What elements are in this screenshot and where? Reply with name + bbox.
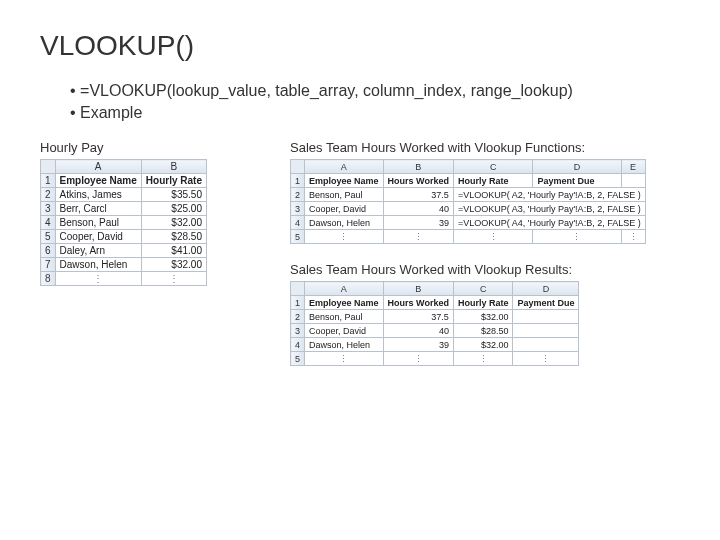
cell: 37.5 — [383, 310, 453, 324]
cell: $41.00 — [141, 244, 206, 258]
cell: 40 — [383, 324, 453, 338]
hdr-hours: Hours Worked — [383, 296, 453, 310]
cell: $32.00 — [141, 258, 206, 272]
corner-cell — [41, 160, 56, 174]
cell: Atkins, James — [55, 188, 141, 202]
results-label: Sales Team Hours Worked with Vlookup Res… — [290, 262, 680, 277]
cell: $35.50 — [141, 188, 206, 202]
bullet-syntax: =VLOOKUP(lookup_value, table_array, colu… — [70, 82, 680, 100]
col-hdr-a: A — [55, 160, 141, 174]
cell: Benson, Paul — [55, 216, 141, 230]
cell: $32.00 — [453, 338, 513, 352]
cell: $25.00 — [141, 202, 206, 216]
cell: Cooper, David — [305, 202, 384, 216]
hdr-due: Payment Due — [513, 296, 579, 310]
hdr-rate: Hourly Rate — [141, 174, 206, 188]
formula-cell: =VLOOKUP( A4, 'Hourly Pay'!A:B, 2, FALSE… — [453, 216, 645, 230]
hdr-name: Employee Name — [55, 174, 141, 188]
bullet-example: Example — [70, 104, 680, 122]
dots: ⋮ — [55, 272, 141, 286]
bullet-list: =VLOOKUP(lookup_value, table_array, colu… — [70, 82, 680, 122]
cell: $28.50 — [141, 230, 206, 244]
functions-table: A B C D E 1 Employee Name Hours Worked H… — [290, 159, 646, 244]
cell: $28.50 — [453, 324, 513, 338]
formula-cell: =VLOOKUP( A3, 'Hourly Pay'!A:B, 2, FALSE… — [453, 202, 645, 216]
cell: Cooper, David — [55, 230, 141, 244]
cell: Dawson, Helen — [305, 216, 384, 230]
cell: Daley, Arn — [55, 244, 141, 258]
hdr-due: Payment Due — [533, 174, 621, 188]
row-hdr: 1 — [41, 174, 56, 188]
cell: 39 — [383, 338, 453, 352]
hdr-name: Employee Name — [305, 174, 384, 188]
hdr-rate: Hourly Rate — [453, 296, 513, 310]
hourly-pay-table: A B 1 Employee Name Hourly Rate 2Atkins,… — [40, 159, 207, 286]
col-hdr-b: B — [141, 160, 206, 174]
formula-cell: =VLOOKUP( A2, 'Hourly Pay'!A:B, 2, FALSE… — [453, 188, 645, 202]
cell: Dawson, Helen — [305, 338, 384, 352]
hourly-pay-label: Hourly Pay — [40, 140, 270, 155]
hdr-rate: Hourly Rate — [453, 174, 533, 188]
hdr-name: Employee Name — [305, 296, 384, 310]
dots: ⋮ — [141, 272, 206, 286]
cell: 39 — [383, 216, 453, 230]
functions-label: Sales Team Hours Worked with Vlookup Fun… — [290, 140, 680, 155]
cell: Cooper, David — [305, 324, 384, 338]
cell: $32.00 — [141, 216, 206, 230]
cell: Benson, Paul — [305, 310, 384, 324]
page-title: VLOOKUP() — [40, 30, 680, 62]
results-table: A B C D 1 Employee Name Hours Worked Hou… — [290, 281, 579, 366]
cell: Benson, Paul — [305, 188, 384, 202]
cell: 37.5 — [383, 188, 453, 202]
cell: 40 — [383, 202, 453, 216]
row-hdr: 8 — [41, 272, 56, 286]
cell: Berr, Carcl — [55, 202, 141, 216]
cell: $32.00 — [453, 310, 513, 324]
cell: Dawson, Helen — [55, 258, 141, 272]
hdr-hours: Hours Worked — [383, 174, 453, 188]
